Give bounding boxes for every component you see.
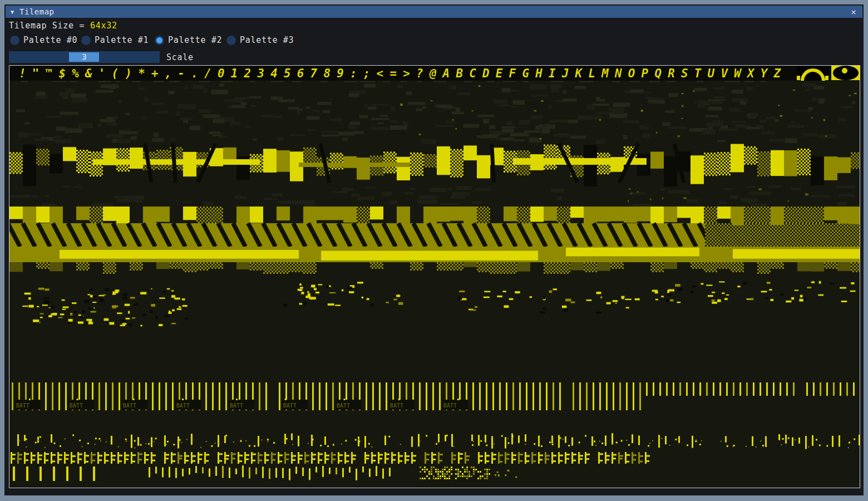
radio-circle-icon — [81, 36, 91, 45]
tilemap-canvas[interactable] — [9, 66, 860, 488]
palette-radio-3-label: Palette #3 — [240, 35, 294, 45]
window-title: Tilemap — [19, 7, 55, 16]
collapse-triangle-icon[interactable]: ▼ — [11, 9, 14, 15]
palette-radio-group: Palette #0 Palette #1 Palette #2 Palette… — [10, 35, 344, 46]
scale-slider[interactable]: 3 — [9, 51, 160, 63]
tilemap-viewport — [9, 65, 860, 488]
tilemap-size-label: Tilemap Size = — [9, 21, 90, 31]
palette-radio-0[interactable]: Palette #0 — [10, 35, 77, 45]
titlebar: ▼ Tilemap × — [6, 6, 862, 18]
radio-circle-icon — [155, 36, 164, 45]
palette-radio-0-label: Palette #0 — [23, 35, 77, 45]
scale-slider-grab[interactable] — [69, 52, 99, 62]
scale-slider-label: Scale — [166, 52, 194, 62]
palette-radio-1-label: Palette #1 — [95, 35, 149, 45]
palette-radio-3[interactable]: Palette #3 — [226, 35, 294, 45]
close-icon[interactable]: × — [847, 6, 860, 18]
tilemap-window: ▼ Tilemap × Tilemap Size = 64x32 Palette… — [4, 4, 864, 495]
tilemap-size-line: Tilemap Size = 64x32 — [9, 21, 117, 31]
radio-circle-icon — [226, 36, 236, 45]
palette-radio-1[interactable]: Palette #1 — [81, 35, 149, 45]
radio-circle-icon — [10, 36, 19, 45]
palette-radio-2[interactable]: Palette #2 — [155, 35, 222, 45]
tilemap-size-value: 64x32 — [90, 21, 117, 31]
palette-radio-2-label: Palette #2 — [168, 35, 222, 45]
